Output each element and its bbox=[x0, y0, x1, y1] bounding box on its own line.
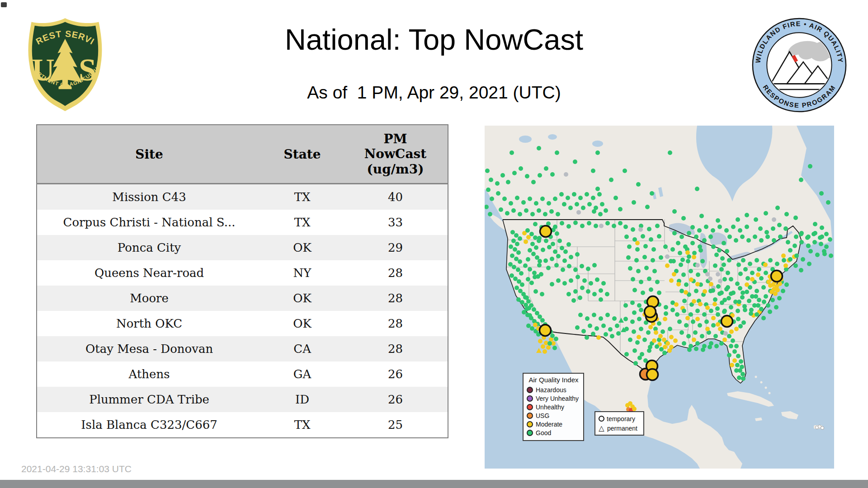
monitor-dot[interactable] bbox=[541, 248, 545, 252]
monitor-dot[interactable] bbox=[687, 231, 691, 235]
monitor-dot[interactable] bbox=[657, 321, 661, 326]
monitor-dot[interactable] bbox=[540, 292, 544, 296]
monitor-dot[interactable] bbox=[672, 272, 676, 277]
monitor-dot[interactable] bbox=[632, 200, 636, 205]
monitor-dot[interactable] bbox=[575, 202, 579, 206]
monitor-dot[interactable] bbox=[627, 244, 632, 249]
top-site-marker[interactable] bbox=[540, 226, 552, 237]
monitor-dot[interactable] bbox=[591, 196, 595, 200]
monitor-dot[interactable] bbox=[562, 258, 567, 263]
monitor-dot[interactable] bbox=[594, 326, 599, 331]
monitor-dot[interactable] bbox=[677, 319, 682, 324]
monitor-dot[interactable] bbox=[668, 327, 672, 331]
monitor-dot[interactable] bbox=[685, 316, 690, 320]
monitor-dot[interactable] bbox=[745, 282, 749, 287]
monitor-dot[interactable] bbox=[743, 308, 747, 312]
monitor-dot[interactable] bbox=[550, 172, 555, 177]
monitor-dot[interactable] bbox=[513, 277, 518, 281]
monitor-dot[interactable] bbox=[722, 338, 727, 342]
monitor-dot[interactable] bbox=[734, 344, 739, 348]
monitor-dot[interactable] bbox=[705, 272, 710, 277]
monitor-dot[interactable] bbox=[571, 298, 576, 303]
monitor-dot[interactable] bbox=[496, 191, 500, 196]
top-site-marker[interactable] bbox=[771, 271, 783, 282]
monitor-dot[interactable] bbox=[768, 310, 772, 314]
monitor-dot[interactable] bbox=[717, 248, 722, 253]
monitor-dot[interactable] bbox=[637, 335, 641, 339]
monitor-dot[interactable] bbox=[736, 217, 740, 222]
monitor-dot[interactable] bbox=[642, 255, 647, 259]
monitor-dot[interactable] bbox=[596, 335, 601, 340]
monitor-dot[interactable] bbox=[741, 291, 745, 295]
monitor-dot[interactable] bbox=[599, 297, 603, 302]
monitor-dot[interactable] bbox=[516, 297, 521, 302]
monitor-dot[interactable] bbox=[667, 348, 672, 353]
monitor-dot[interactable] bbox=[509, 273, 514, 278]
monitor-dot[interactable] bbox=[773, 291, 778, 296]
monitor-dot[interactable] bbox=[512, 171, 517, 175]
monitor-dot[interactable] bbox=[777, 296, 782, 300]
monitor-dot[interactable] bbox=[624, 235, 629, 239]
monitor-dot[interactable] bbox=[690, 241, 695, 245]
monitor-dot[interactable] bbox=[573, 267, 578, 272]
monitor-dot[interactable] bbox=[526, 257, 530, 262]
monitor-dot[interactable] bbox=[701, 347, 705, 352]
monitor-dot[interactable] bbox=[670, 247, 675, 252]
monitor-dot[interactable] bbox=[750, 294, 755, 299]
monitor-dot[interactable] bbox=[589, 281, 593, 286]
monitor-dot[interactable] bbox=[556, 212, 560, 216]
monitor-dot[interactable] bbox=[729, 329, 734, 334]
monitor-dot[interactable] bbox=[704, 225, 708, 229]
monitor-dot[interactable] bbox=[628, 266, 632, 271]
monitor-dot[interactable] bbox=[655, 344, 659, 349]
monitor-dot[interactable] bbox=[714, 344, 719, 348]
monitor-dot[interactable] bbox=[591, 332, 595, 336]
monitor-dot[interactable] bbox=[514, 233, 519, 238]
monitor-dot[interactable] bbox=[552, 346, 557, 350]
monitor-dot[interactable] bbox=[612, 316, 617, 321]
monitor-dot[interactable] bbox=[698, 323, 702, 328]
monitor-dot[interactable] bbox=[761, 285, 766, 290]
monitor-dot[interactable] bbox=[538, 259, 542, 263]
monitor-dot[interactable] bbox=[630, 319, 635, 324]
monitor-dot[interactable] bbox=[573, 289, 578, 294]
monitor-dot[interactable] bbox=[808, 164, 812, 169]
monitor-dot[interactable] bbox=[713, 263, 717, 268]
monitor-dot[interactable] bbox=[768, 258, 773, 263]
monitor-dot[interactable] bbox=[763, 263, 768, 267]
monitor-dot[interactable] bbox=[829, 253, 833, 258]
monitor-dot[interactable] bbox=[615, 324, 619, 328]
monitor-dot[interactable] bbox=[543, 258, 548, 263]
monitor-dot[interactable] bbox=[766, 280, 771, 284]
monitor-dot[interactable] bbox=[639, 327, 643, 331]
monitor-dot[interactable] bbox=[585, 316, 590, 321]
monitor-dot[interactable] bbox=[528, 313, 532, 318]
monitor-dot[interactable] bbox=[689, 269, 693, 273]
monitor-dot[interactable] bbox=[675, 312, 679, 317]
monitor-dot[interactable] bbox=[724, 287, 729, 291]
monitor-dot[interactable] bbox=[799, 231, 804, 235]
monitor-dot[interactable] bbox=[632, 329, 636, 334]
monitor-dot[interactable] bbox=[530, 326, 534, 331]
monitor-dot[interactable] bbox=[555, 150, 559, 155]
monitor-dot[interactable] bbox=[506, 180, 510, 184]
monitor-dot[interactable] bbox=[695, 282, 700, 286]
monitor-dot[interactable] bbox=[509, 244, 513, 249]
monitor-dot[interactable] bbox=[793, 244, 797, 248]
monitor-dot[interactable] bbox=[524, 307, 529, 311]
monitor-dot[interactable] bbox=[576, 275, 580, 279]
monitor-dot[interactable] bbox=[757, 298, 761, 302]
monitor-dot[interactable] bbox=[573, 160, 577, 164]
monitor-dot[interactable] bbox=[755, 289, 759, 293]
monitor-dot[interactable] bbox=[563, 249, 568, 254]
monitor-dot[interactable] bbox=[682, 299, 687, 303]
monitor-dot[interactable] bbox=[739, 359, 743, 364]
monitor-dot[interactable] bbox=[770, 298, 775, 302]
monitor-dot[interactable] bbox=[756, 272, 760, 277]
monitor-dot[interactable] bbox=[547, 341, 552, 346]
monitor-dot[interactable] bbox=[784, 282, 789, 287]
monitor-dot[interactable] bbox=[531, 252, 536, 256]
monitor-dot[interactable] bbox=[745, 290, 749, 294]
monitor-dot[interactable] bbox=[562, 281, 567, 286]
monitor-dot[interactable] bbox=[743, 267, 748, 272]
